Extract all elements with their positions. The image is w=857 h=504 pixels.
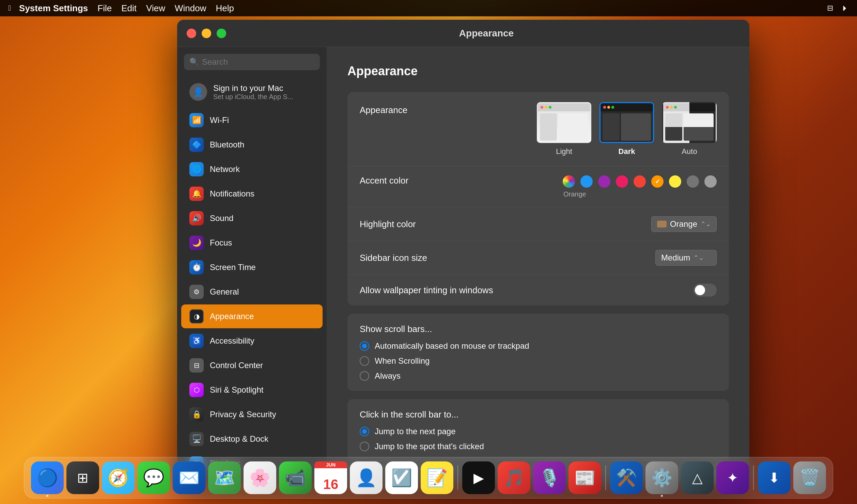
sidebar-item-general[interactable]: ⚙ General xyxy=(181,280,323,304)
sidebar-item-bluetooth[interactable]: 🔷 Bluetooth xyxy=(181,133,323,157)
dock-item-appletv[interactable]: ▶ xyxy=(462,461,495,494)
dock-item-maps[interactable]: 🗺️ xyxy=(208,461,241,494)
click-scroll-options: Jump to the next page Jump to the spot t… xyxy=(360,427,717,451)
appearance-thumb-dark xyxy=(599,102,654,143)
dock-item-mail[interactable]: ✉️ xyxy=(173,461,205,494)
dock-item-photos[interactable]: 🌸 xyxy=(244,461,276,494)
wallpaper-tinting-toggle[interactable] xyxy=(694,284,717,297)
maximize-button[interactable] xyxy=(217,29,226,38)
dock-item-notes[interactable]: 📝 xyxy=(421,461,453,494)
bluetooth-icon: 🔷 xyxy=(189,138,204,152)
menubar-file[interactable]: File xyxy=(97,3,112,14)
appearance-row: Appearance xyxy=(347,92,729,167)
dock-separator xyxy=(457,466,458,490)
sidebar-item-label-sound: Sound xyxy=(210,214,233,223)
appearance-option-auto[interactable]: Auto xyxy=(662,102,717,156)
window-controls xyxy=(187,29,226,38)
dock-item-launchpad[interactable]: ⊞ xyxy=(66,461,99,494)
window-title: Appearance xyxy=(233,28,740,39)
sidebar-item-network[interactable]: 🌐 Network xyxy=(181,157,323,181)
dock-item-messages[interactable]: 💬 xyxy=(137,461,170,494)
dock-item-music[interactable]: 🎵 xyxy=(498,461,530,494)
accent-color-orange[interactable] xyxy=(651,175,664,188)
dock-item-calendar[interactable]: JUN 16 xyxy=(314,461,347,494)
signin-subtitle: Set up iCloud, the App S... xyxy=(213,93,314,101)
menubar-window[interactable]: Window xyxy=(175,3,206,14)
sidebar-item-wifi[interactable]: 📶 Wi-Fi xyxy=(181,108,323,132)
scroll-bars-option-auto[interactable]: Automatically based on mouse or trackpad xyxy=(360,341,717,351)
dock-item-contacts[interactable]: 👤 xyxy=(350,461,383,494)
dock-item-news[interactable]: 📰 xyxy=(568,461,601,494)
general-icon: ⚙ xyxy=(189,285,204,299)
accent-color-multicolor[interactable] xyxy=(563,175,575,188)
click-scroll-option-next[interactable]: Jump to the next page xyxy=(360,427,717,436)
signin-item[interactable]: 👤 Sign in to your Mac Set up iCloud, the… xyxy=(181,77,323,107)
dock-item-facetime[interactable]: 📹 xyxy=(279,461,312,494)
scroll-bars-option-always[interactable]: Always xyxy=(360,371,717,381)
accent-color-yellow[interactable] xyxy=(669,175,681,188)
sidebar-item-accessibility[interactable]: ♿ Accessibility xyxy=(181,329,323,353)
appearance-option-label-auto: Auto xyxy=(682,147,697,156)
safari-icon: 🧭 xyxy=(108,468,129,488)
appearance-option-dark[interactable]: Dark xyxy=(599,102,654,156)
menubar-edit[interactable]: Edit xyxy=(121,3,137,14)
sidebar-item-screentime[interactable]: ⏱️ Screen Time xyxy=(181,255,323,279)
dock-item-tweaks[interactable]: ✦ xyxy=(716,461,749,494)
search-bar[interactable]: 🔍 xyxy=(184,54,320,70)
dock-item-safari[interactable]: 🧭 xyxy=(102,461,135,494)
trash-icon: 🗑️ xyxy=(799,468,820,488)
scroll-bars-option-scrolling[interactable]: When Scrolling xyxy=(360,356,717,366)
signin-text: Sign in to your Mac Set up iCloud, the A… xyxy=(213,83,314,101)
dock-item-reminders[interactable]: ☑️ xyxy=(385,461,418,494)
sidebar-item-notifications[interactable]: 🔔 Notifications xyxy=(181,182,323,206)
highlight-color-control: Orange ⌃⌄ xyxy=(651,216,717,232)
sidebar-item-siri[interactable]: ⬡ Siri & Spotlight xyxy=(181,378,323,402)
sidebar-item-sound[interactable]: 🔊 Sound xyxy=(181,206,323,230)
control-center-icon[interactable]: ⊟ xyxy=(827,4,833,13)
altool-icon: △ xyxy=(692,470,703,486)
sidebar-item-focus[interactable]: 🌙 Focus xyxy=(181,231,323,255)
sidebar-item-label-appearance: Appearance xyxy=(210,312,254,321)
sidebar-item-appearance[interactable]: ◑ Appearance xyxy=(181,304,323,328)
dock-item-finder[interactable]: 🔵 xyxy=(31,461,64,494)
dock: 🔵 ⊞ 🧭 💬 ✉️ 🗺️ 🌸 📹 JUN 16 👤 ☑️ 📝 ▶ 🎵 🎙️ xyxy=(24,457,833,499)
dock-item-settings[interactable]: ⚙️ xyxy=(645,461,678,494)
click-scroll-option-spot[interactable]: Jump to the spot that's clicked xyxy=(360,442,717,451)
accessibility-icon: ♿ xyxy=(189,334,204,348)
close-button[interactable] xyxy=(187,29,196,38)
sidebar-icon-size-value: Medium xyxy=(661,253,690,263)
accent-color-graphite[interactable] xyxy=(704,175,717,188)
dock-item-downloads[interactable]: ⬇ xyxy=(758,461,791,494)
minimize-button[interactable] xyxy=(202,29,211,38)
mail-icon: ✉️ xyxy=(178,468,200,488)
menu-extras-icon[interactable]: ⏵ xyxy=(841,4,849,13)
appearance-option-light[interactable]: Light xyxy=(537,102,591,156)
accent-color-red[interactable] xyxy=(634,175,646,188)
facetime-icon: 📹 xyxy=(285,468,306,488)
menubar-view[interactable]: View xyxy=(146,3,165,14)
sidebar-item-controlcenter[interactable]: ⊟ Control Center xyxy=(181,353,323,377)
search-input[interactable] xyxy=(202,57,314,67)
dock-item-altool[interactable]: △ xyxy=(681,461,714,494)
window-body: 🔍 👤 Sign in to your Mac Set up iCloud, t… xyxy=(177,47,749,483)
accent-color-pink[interactable] xyxy=(616,175,628,188)
sidebar-item-desktop[interactable]: 🖥️ Desktop & Dock xyxy=(181,427,323,451)
dock-item-trash[interactable]: 🗑️ xyxy=(793,461,826,494)
sidebar-item-label-general: General xyxy=(210,287,239,297)
controlcenter-icon: ⊟ xyxy=(189,358,204,373)
downloads-icon: ⬇ xyxy=(768,470,780,486)
scroll-bars-label-always: Always xyxy=(375,371,401,381)
sidebar-icon-size-dropdown[interactable]: Medium ⌃⌄ xyxy=(655,250,717,266)
search-icon: 🔍 xyxy=(189,58,199,66)
accent-color-purple[interactable] xyxy=(598,175,610,188)
radio-next-page xyxy=(360,427,369,436)
menubar-help[interactable]: Help xyxy=(216,3,234,14)
accent-color-graphite-light[interactable] xyxy=(687,175,699,188)
highlight-color-dropdown[interactable]: Orange ⌃⌄ xyxy=(651,216,717,232)
accent-color-blue[interactable] xyxy=(580,175,593,188)
dock-item-podcasts[interactable]: 🎙️ xyxy=(533,461,566,494)
sidebar-item-privacy[interactable]: 🔒 Privacy & Security xyxy=(181,403,323,426)
dock-item-xcode[interactable]: ⚒️ xyxy=(610,461,643,494)
apple-menu-icon[interactable]:  xyxy=(8,4,11,13)
menubar-app-name[interactable]: System Settings xyxy=(19,3,88,14)
